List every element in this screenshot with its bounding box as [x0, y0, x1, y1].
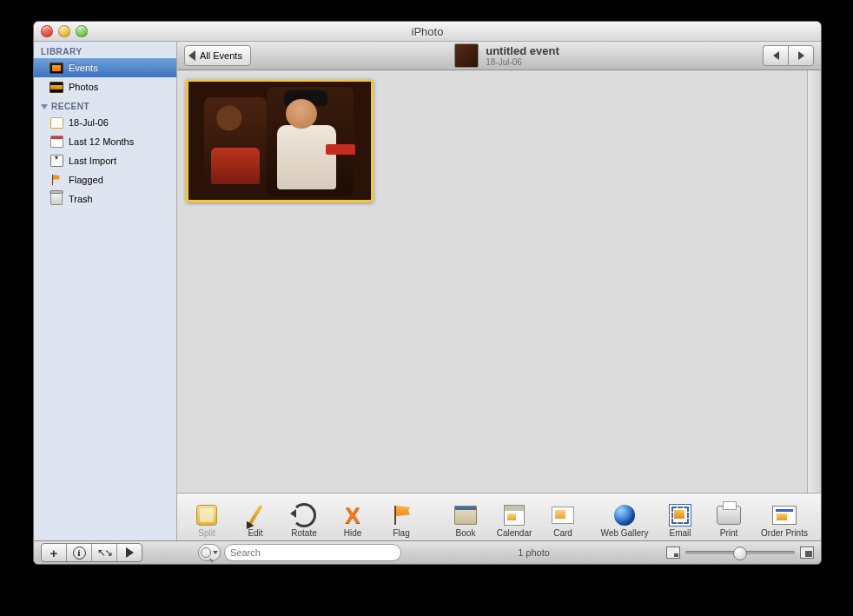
play-icon	[126, 547, 134, 558]
photo-grid-canvas[interactable]	[177, 70, 807, 493]
print-button[interactable]: Print	[704, 496, 753, 538]
flag-button[interactable]: Flag	[377, 496, 426, 538]
chevron-down-icon	[213, 551, 218, 554]
toolbar-label: Web Gallery	[601, 528, 649, 538]
fullscreen-button[interactable]: ↖↘	[92, 544, 117, 561]
event-date: 18-Jul-06	[486, 57, 559, 67]
footer-left-segmented: + i ↖↘	[41, 543, 142, 562]
back-button-label: All Events	[200, 50, 242, 61]
search-field-wrap	[198, 544, 401, 561]
card-button[interactable]: Card	[539, 496, 587, 538]
edit-button[interactable]: Edit	[231, 496, 280, 538]
slider-thumb[interactable]	[733, 546, 747, 560]
add-button[interactable]: +	[42, 544, 67, 561]
stamp-icon	[667, 502, 693, 528]
title-bar: iPhoto	[34, 22, 821, 42]
sidebar-section-label: LIBRARY	[41, 47, 83, 56]
book-icon	[453, 502, 479, 528]
vertical-scrollbar[interactable]	[807, 70, 821, 493]
photos-icon	[50, 81, 63, 93]
sidebar-item-trash[interactable]: Trash	[34, 189, 176, 209]
sidebar-section-label: RECENT	[51, 102, 89, 111]
events-icon	[50, 62, 63, 74]
sidebar-section-recent[interactable]: RECENT	[34, 96, 176, 113]
sidebar-item-label: Events	[69, 63, 98, 73]
calendar-icon	[50, 136, 63, 148]
thumbnail-size-slider[interactable]	[666, 546, 814, 559]
date-icon	[50, 116, 63, 129]
web-gallery-button[interactable]: Web Gallery	[593, 496, 656, 538]
next-event-button[interactable]	[788, 45, 814, 66]
play-slideshow-button[interactable]	[117, 544, 142, 561]
sidebar-item-event-date[interactable]: 18-Jul-06	[34, 113, 176, 132]
sidebar-item-label: Trash	[69, 194, 93, 204]
split-button[interactable]: Split	[182, 496, 231, 538]
iphoto-window: iPhoto LIBRARY Events Photos RECENT	[33, 21, 822, 565]
info-button[interactable]: i	[67, 544, 92, 561]
event-key-photo-thumbnail[interactable]	[454, 43, 479, 68]
search-input[interactable]	[230, 547, 395, 558]
sidebar-item-label: Last Import	[69, 156, 116, 166]
toolbar-label: Split	[198, 528, 215, 538]
search-field[interactable]	[224, 544, 401, 561]
magnifier-icon	[201, 547, 211, 558]
slider-track[interactable]	[685, 551, 795, 554]
minimize-window-button[interactable]	[58, 25, 70, 37]
email-button[interactable]: Email	[656, 496, 704, 538]
sidebar-item-photos[interactable]: Photos	[34, 77, 176, 96]
main-pane: All Events untitled event 18-Jul-06	[177, 42, 821, 540]
sidebar-item-label: 18-Jul-06	[69, 117, 109, 128]
order-prints-button[interactable]: Order Prints	[753, 496, 816, 538]
split-icon	[194, 502, 220, 528]
printer-icon	[716, 502, 742, 528]
info-icon: i	[73, 546, 86, 560]
photo-thumbnail-selected[interactable]	[186, 79, 374, 202]
rotate-button[interactable]: Rotate	[280, 496, 328, 538]
sidebar-item-label: Flagged	[69, 175, 103, 185]
toolbar-label: Rotate	[291, 528, 316, 538]
card-icon	[550, 502, 576, 528]
bottom-toolbar: Split Edit Rotate X Hide	[177, 493, 821, 540]
toolbar-label: Flag	[393, 528, 409, 538]
zoom-window-button[interactable]	[76, 25, 88, 37]
toolbar-label: Print	[720, 528, 738, 538]
disclosure-triangle-icon	[41, 104, 48, 109]
flag-icon	[388, 502, 414, 528]
pencil-icon	[242, 502, 268, 528]
event-title[interactable]: untitled event	[486, 44, 559, 57]
all-events-back-button[interactable]: All Events	[184, 45, 251, 66]
toolbar-label: Order Prints	[761, 528, 808, 538]
toolbar-label: Hide	[344, 528, 362, 538]
book-button[interactable]: Book	[441, 496, 490, 538]
window-title: iPhoto	[34, 25, 821, 38]
calendar-button[interactable]: Calendar	[490, 496, 539, 538]
previous-event-button[interactable]	[763, 45, 788, 66]
sidebar-item-label: Last 12 Months	[69, 136, 134, 147]
event-nav-buttons	[763, 45, 814, 66]
hide-button[interactable]: X Hide	[328, 496, 377, 538]
toolbar-label: Email	[669, 528, 691, 538]
event-header: untitled event 18-Jul-06	[260, 43, 754, 68]
footer-bar: + i ↖↘ 1 photo	[34, 540, 821, 564]
plus-icon: +	[50, 546, 58, 560]
chevron-left-icon	[188, 50, 195, 61]
close-window-button[interactable]	[41, 25, 53, 37]
flag-icon	[50, 174, 63, 186]
sidebar-item-last-import[interactable]: Last Import	[34, 151, 176, 170]
fullscreen-icon: ↖↘	[97, 546, 111, 559]
toolbar-label: Book	[456, 528, 476, 538]
toolbar-label: Card	[553, 528, 572, 538]
sidebar-item-last-12-months[interactable]: Last 12 Months	[34, 132, 176, 151]
photo-count-label: 1 photo	[408, 547, 659, 558]
toolbar-label: Calendar	[497, 528, 532, 538]
sidebar-item-events[interactable]: Events	[34, 58, 176, 77]
rotate-icon	[291, 502, 317, 528]
sidebar-item-flagged[interactable]: Flagged	[34, 170, 176, 189]
search-scope-button[interactable]	[198, 544, 221, 561]
hide-x-icon: X	[340, 502, 366, 528]
sidebar-item-label: Photos	[69, 82, 98, 92]
arrow-left-icon	[773, 51, 779, 60]
large-thumb-icon	[800, 546, 814, 559]
globe-icon	[612, 502, 638, 528]
source-list-sidebar: LIBRARY Events Photos RECENT 18-Jul-06	[34, 42, 177, 540]
